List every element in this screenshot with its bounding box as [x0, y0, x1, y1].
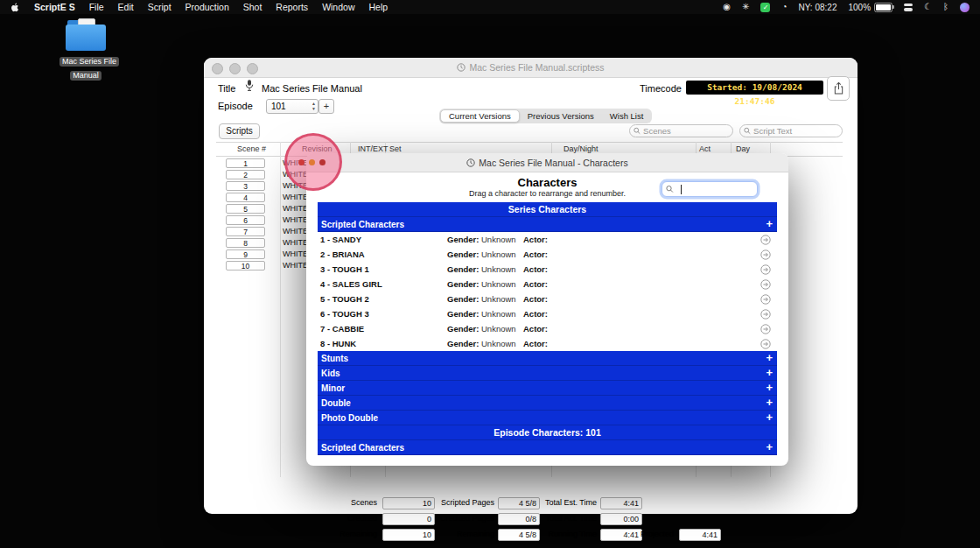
- scene-number-field[interactable]: 2: [226, 170, 265, 179]
- folder-icon: [66, 18, 106, 51]
- character-roster: Series Characters Scripted Characters + …: [318, 202, 777, 455]
- menu-app-name[interactable]: ScriptE S: [34, 2, 75, 12]
- col-act: Act: [699, 144, 710, 153]
- revision-cell[interactable]: WHITE: [283, 261, 308, 270]
- text-caret: [681, 185, 682, 194]
- menu-edit[interactable]: Edit: [118, 2, 134, 12]
- category-row-minor[interactable]: Minor+: [318, 381, 777, 396]
- menu-shot[interactable]: Shot: [243, 2, 262, 12]
- menu-help[interactable]: Help: [368, 2, 388, 12]
- menu-clock[interactable]: NY: 08:22: [799, 3, 837, 12]
- timecode-display: Started: 19/08/2024 21:47:46: [686, 81, 823, 95]
- menu-reports[interactable]: Reports: [276, 2, 308, 12]
- scene-number-field[interactable]: 5: [226, 204, 265, 214]
- share-button[interactable]: [827, 76, 850, 101]
- revision-cell[interactable]: WHITE: [283, 227, 308, 235]
- desktop: ScriptE S File Edit Script Production Sh…: [0, 0, 980, 548]
- add-double-button[interactable]: +: [766, 396, 773, 411]
- scenes-search[interactable]: [629, 124, 733, 137]
- tab-current-versions[interactable]: Current Versions: [440, 109, 520, 123]
- revision-cell[interactable]: WHITE: [283, 215, 308, 224]
- scene-number-field[interactable]: 3: [226, 181, 265, 191]
- camera-icon[interactable]: ◔: [781, 3, 787, 11]
- character-row[interactable]: 6 - TOUGH 3Gender:UnknownActor:: [318, 306, 777, 321]
- main-window-titlebar[interactable]: Mac Series File Manual.scriptess: [204, 58, 858, 78]
- summary-label: Total Act. Time: [524, 514, 597, 523]
- scene-number-field[interactable]: 6: [226, 215, 265, 225]
- revision-cell[interactable]: WHITE: [283, 193, 308, 201]
- script-text-search[interactable]: [739, 124, 843, 137]
- tab-previous-versions[interactable]: Previous Versions: [520, 109, 602, 123]
- desktop-folder-mac-series[interactable]: Mac Series File Manual: [60, 18, 112, 81]
- category-row-stunts[interactable]: Stunts+: [318, 351, 777, 366]
- control-center-icon[interactable]: [904, 4, 913, 11]
- summary-field[interactable]: 0: [382, 513, 435, 525]
- main-window-title: Mac Series File Manual.scriptess: [204, 58, 858, 77]
- scene-number-field[interactable]: 1: [226, 158, 265, 168]
- summary-label: Credited: [300, 514, 377, 523]
- tab-wish-list[interactable]: Wish List: [602, 109, 652, 123]
- revision-cell[interactable]: WHITE: [283, 249, 308, 258]
- menu-file[interactable]: File: [89, 2, 104, 12]
- title-value-field[interactable]: Mac Series File Manual: [262, 83, 362, 94]
- battery-icon: [874, 3, 892, 12]
- scene-number-field[interactable]: 7: [226, 227, 265, 236]
- character-row[interactable]: 3 - TOUGH 1Gender:UnknownActor:: [318, 262, 777, 277]
- menu-script[interactable]: Script: [148, 2, 172, 12]
- summary-label: Running Time: [524, 530, 597, 538]
- scene-number-field[interactable]: 10: [226, 261, 265, 270]
- character-row[interactable]: 1 - SANDYGender:UnknownActor:: [318, 232, 777, 247]
- menu-left: ScriptE S File Edit Script Production Sh…: [10, 2, 388, 13]
- add-episode-button[interactable]: +: [318, 99, 334, 114]
- scene-number-field[interactable]: 4: [226, 193, 265, 202]
- col-scene: Scene #: [237, 144, 266, 153]
- series-characters-header: Series Characters: [318, 202, 777, 217]
- scripted-characters-row-episode: Scripted Characters +: [318, 440, 777, 455]
- script-text-search-input[interactable]: [751, 126, 838, 136]
- menu-window[interactable]: Window: [322, 2, 354, 12]
- character-row[interactable]: 2 - BRIANAGender:UnknownActor:: [318, 247, 777, 262]
- category-row-kids[interactable]: Kids+: [318, 366, 777, 381]
- category-row-photo-double[interactable]: Photo Double+: [318, 411, 777, 425]
- summary-field[interactable]: 4:41: [600, 497, 642, 509]
- character-search-input[interactable]: [674, 185, 753, 194]
- add-scripted-character-button[interactable]: +: [766, 217, 773, 232]
- scene-number-field[interactable]: 8: [226, 238, 265, 248]
- apple-menu-icon[interactable]: [10, 2, 20, 13]
- battery-indicator[interactable]: 100%: [848, 3, 892, 12]
- episode-select[interactable]: 101 ▲▼: [266, 99, 318, 114]
- siri-icon[interactable]: [960, 3, 970, 12]
- add-photo-double-button[interactable]: +: [766, 411, 773, 425]
- scripts-button[interactable]: Scripts: [219, 123, 260, 139]
- scenes-search-input[interactable]: [640, 126, 729, 136]
- summary-field[interactable]: 0:00: [600, 513, 642, 525]
- character-search[interactable]: [662, 181, 758, 197]
- summary-label: Credited Pages: [433, 514, 494, 523]
- character-detail-arrow-icon[interactable]: [760, 339, 771, 354]
- add-kids-button[interactable]: +: [766, 366, 773, 381]
- settings-icon[interactable]: ✳: [742, 3, 749, 11]
- character-row[interactable]: 5 - TOUGH 2Gender:UnknownActor:: [318, 292, 777, 306]
- summary-field[interactable]: 4:41: [679, 529, 721, 541]
- revision-cell[interactable]: WHITE: [283, 238, 308, 247]
- menu-production[interactable]: Production: [186, 2, 229, 12]
- record-icon[interactable]: ◉: [723, 3, 731, 11]
- shield-icon[interactable]: ✓: [760, 3, 770, 12]
- character-row[interactable]: 4 - SALES GIRLGender:UnknownActor:: [318, 277, 777, 292]
- character-row[interactable]: 7 - CABBIEGender:UnknownActor:: [318, 321, 777, 336]
- revision-cell[interactable]: WHITE: [283, 204, 308, 213]
- character-name: 3 - TOUGH 1: [320, 262, 369, 277]
- summary-field[interactable]: 10: [382, 497, 435, 509]
- character-row[interactable]: 8 - HUNKGender:UnknownActor:: [318, 336, 777, 351]
- add-minor-button[interactable]: +: [766, 381, 773, 396]
- scene-number-field[interactable]: 9: [226, 249, 265, 259]
- add-episode-scripted-character-button[interactable]: +: [766, 440, 773, 455]
- category-row-double[interactable]: Double+: [318, 396, 777, 411]
- moon-icon[interactable]: ☾: [924, 3, 932, 11]
- bluetooth-icon[interactable]: ᛒ: [943, 3, 948, 11]
- summary-field[interactable]: 10: [382, 529, 435, 541]
- col-day: Day: [736, 144, 750, 153]
- col-day-night: Day/Night: [564, 144, 598, 153]
- microphone-icon[interactable]: [244, 79, 255, 95]
- battery-percent: 100%: [848, 3, 871, 12]
